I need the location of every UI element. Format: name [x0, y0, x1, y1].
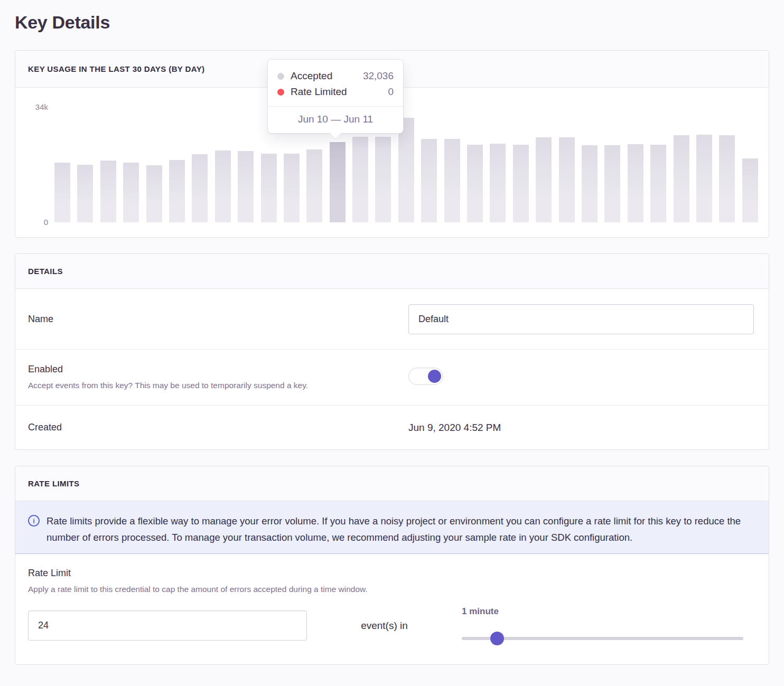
page-title: Key Details — [15, 12, 769, 33]
usage-bar-hovered[interactable] — [330, 142, 346, 222]
enabled-toggle-knob — [428, 370, 441, 383]
usage-bars — [54, 118, 763, 222]
usage-bar[interactable] — [650, 145, 666, 222]
enabled-description: Accept events from this key? This may be… — [28, 380, 408, 391]
info-icon: i — [28, 515, 40, 527]
usage-bar[interactable] — [604, 145, 620, 222]
y-axis-max-label: 34k — [30, 102, 48, 111]
enabled-label: Enabled — [28, 364, 408, 375]
rate-limits-panel-header: RATE LIMITS — [15, 466, 769, 501]
usage-bar[interactable] — [375, 137, 391, 222]
tooltip-accepted-label: Accepted — [291, 70, 332, 82]
rate-limit-field-row: Rate Limit Apply a rate limit to this cr… — [15, 554, 769, 664]
usage-bar[interactable] — [100, 161, 116, 222]
details-panel-header: DETAILS — [15, 254, 769, 289]
events-in-text: event(s) in — [307, 606, 462, 641]
created-value: Jun 9, 2020 4:52 PM — [408, 422, 501, 433]
usage-bar[interactable] — [238, 151, 254, 222]
tooltip-rate-limited-label: Rate Limited — [291, 86, 347, 98]
usage-bar[interactable] — [582, 145, 598, 222]
key-usage-panel: KEY USAGE IN THE LAST 30 DAYS (BY DAY) 3… — [15, 50, 769, 238]
usage-bar[interactable] — [54, 163, 70, 222]
usage-bar[interactable] — [306, 149, 322, 222]
tooltip-rate-limited-row: Rate Limited 0 — [277, 84, 394, 100]
name-field-row: Name — [15, 289, 769, 350]
accepted-dot-icon — [277, 73, 284, 80]
tooltip-accepted-row: Accepted 32,036 — [277, 68, 394, 84]
usage-bar[interactable] — [674, 135, 689, 222]
usage-bar[interactable] — [490, 144, 506, 222]
usage-bar[interactable] — [559, 137, 575, 222]
usage-bar[interactable] — [719, 135, 735, 222]
time-window-value-label: 1 minute — [462, 606, 743, 617]
name-label: Name — [28, 314, 408, 325]
chart-tooltip: Accepted 32,036 Rate Limited 0 Jun 10 — … — [267, 59, 404, 134]
usage-bar[interactable] — [352, 137, 368, 222]
rate-limit-label: Rate Limit — [28, 568, 755, 579]
rate-limits-panel: RATE LIMITS i Rate limits provide a flex… — [15, 466, 769, 665]
created-field-row: Created Jun 9, 2020 4:52 PM — [15, 406, 769, 449]
usage-bar[interactable] — [628, 144, 643, 222]
usage-bar[interactable] — [742, 158, 758, 222]
name-input[interactable] — [408, 304, 754, 334]
usage-bar[interactable] — [421, 139, 437, 222]
created-label: Created — [28, 422, 408, 433]
y-axis-zero-label: 0 — [30, 218, 48, 227]
tooltip-rate-limited-value: 0 — [388, 86, 394, 98]
enabled-field-row: Enabled Accept events from this key? Thi… — [15, 350, 769, 406]
time-window-slider-knob[interactable] — [490, 632, 504, 645]
usage-bar[interactable] — [146, 165, 162, 222]
usage-bar[interactable] — [536, 137, 552, 222]
usage-bar[interactable] — [467, 145, 483, 222]
rate-limit-description: Apply a rate limit to this credential to… — [28, 584, 755, 595]
usage-bar[interactable] — [192, 154, 208, 222]
usage-bar[interactable] — [261, 154, 277, 222]
rate-limits-info-alert: i Rate limits provide a flexible way to … — [15, 501, 769, 554]
usage-bar[interactable] — [696, 135, 712, 222]
rate-limit-count-input[interactable] — [28, 610, 307, 641]
usage-bar[interactable] — [398, 118, 414, 222]
enabled-toggle[interactable] — [408, 368, 443, 385]
usage-bar[interactable] — [215, 151, 231, 222]
usage-bar[interactable] — [513, 145, 529, 222]
usage-bar[interactable] — [284, 154, 300, 222]
usage-bar[interactable] — [77, 165, 93, 222]
rate-limits-info-text: Rate limits provide a flexible way to ma… — [46, 513, 749, 546]
usage-bar[interactable] — [444, 139, 460, 222]
tooltip-accepted-value: 32,036 — [363, 70, 394, 82]
usage-bar[interactable] — [169, 160, 185, 222]
details-panel: DETAILS Name Enabled Accept events from … — [15, 253, 769, 450]
rate-limited-dot-icon — [277, 89, 284, 96]
time-window-slider-track[interactable] — [462, 637, 743, 640]
usage-bar[interactable] — [123, 163, 139, 222]
